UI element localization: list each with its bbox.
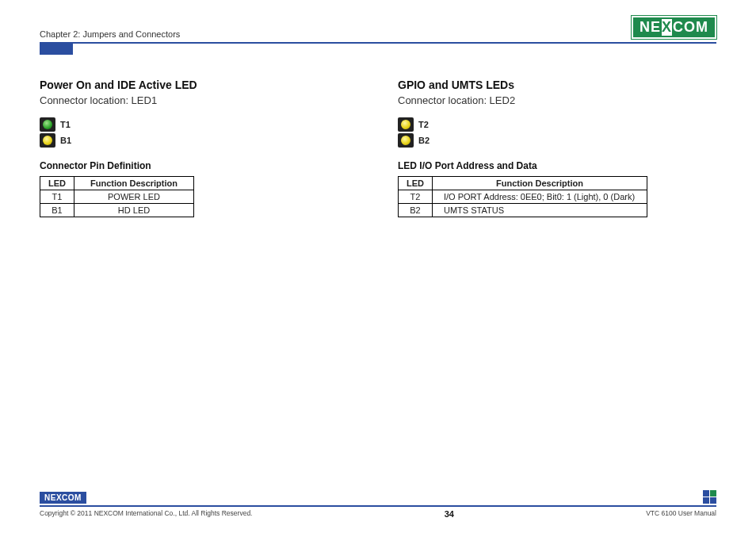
led-chip	[40, 133, 55, 148]
section-title-left: Power On and IDE Active LED	[40, 79, 358, 91]
logo-text-ne: NE	[640, 19, 661, 36]
led-row: T2	[398, 117, 716, 132]
table-row: T2 I/O PORT Address: 0EE0; Bit0: 1 (Ligh…	[399, 190, 647, 204]
table-header-row: LED Function Description	[399, 177, 647, 190]
led-label: T1	[60, 120, 71, 129]
page-footer: NEXCOM Copyright © 2011 NEXCOM Internati…	[40, 490, 716, 519]
footer-corner-icon	[703, 490, 716, 504]
logo-text-x: X	[662, 19, 672, 36]
manual-name: VTC 6100 User Manual	[646, 509, 716, 519]
connector-location-right: Connector location: LED2	[398, 94, 716, 106]
connector-location-left: Connector location: LED1	[40, 94, 358, 106]
th-desc: Function Description	[74, 177, 194, 190]
td-desc: POWER LED	[74, 190, 194, 204]
led-row: B1	[40, 133, 358, 148]
led-indicator-yellow	[401, 120, 410, 129]
table-row: B2 UMTS STATUS	[399, 204, 647, 217]
led-label: T2	[418, 120, 429, 129]
left-column: Power On and IDE Active LED Connector lo…	[40, 79, 358, 217]
td-desc: I/O PORT Address: 0EE0; Bit0: 1 (Light),…	[433, 190, 647, 204]
led-indicator-green	[43, 120, 52, 129]
table-header-row: LED Function Description	[40, 177, 194, 190]
led-row: B2	[398, 133, 716, 148]
td-led: T2	[399, 190, 433, 204]
table-row: B1 HD LED	[40, 204, 194, 217]
th-led: LED	[399, 177, 433, 190]
td-desc: UMTS STATUS	[433, 204, 647, 217]
led-row: T1	[40, 117, 358, 132]
page-number: 34	[445, 509, 454, 519]
footer-logo: NEXCOM	[40, 492, 86, 504]
footer-bottom: Copyright © 2011 NEXCOM International Co…	[40, 509, 716, 519]
header-tab	[40, 44, 73, 55]
pin-table-left: LED Function Description T1 POWER LED B1…	[40, 176, 194, 217]
led-label: B2	[418, 136, 430, 145]
led-chip	[398, 117, 414, 132]
logo-text-com: COM	[673, 19, 708, 36]
section-title-right: GPIO and UMTS LEDs	[398, 79, 716, 91]
td-led: B1	[40, 204, 74, 217]
led-block-right: T2 B2	[398, 117, 716, 148]
led-block-left: T1 B1	[40, 117, 358, 148]
led-chip	[40, 117, 55, 132]
led-indicator-yellow	[43, 136, 52, 145]
th-led: LED	[40, 177, 74, 190]
main-content: Power On and IDE Active LED Connector lo…	[40, 79, 716, 217]
pin-table-right: LED Function Description T2 I/O PORT Add…	[398, 176, 647, 217]
td-led: B2	[399, 204, 433, 217]
right-column: GPIO and UMTS LEDs Connector location: L…	[398, 79, 716, 217]
copyright-text: Copyright © 2011 NEXCOM International Co…	[40, 509, 252, 519]
th-desc: Function Description	[433, 177, 647, 190]
led-label: B1	[60, 136, 71, 145]
td-desc: HD LED	[74, 204, 194, 217]
footer-top: NEXCOM	[40, 490, 716, 504]
table-title-left: Connector Pin Definition	[40, 160, 358, 171]
nexcom-logo: NEXCOM	[632, 16, 716, 39]
footer-rule	[40, 505, 716, 507]
chapter-title: Chapter 2: Jumpers and Connectors	[40, 29, 180, 39]
table-row: T1 POWER LED	[40, 190, 194, 204]
page-header: Chapter 2: Jumpers and Connectors NEXCOM	[40, 16, 716, 39]
table-title-right: LED I/O Port Address and Data	[398, 160, 716, 171]
header-rule	[40, 42, 716, 44]
led-indicator-yellow	[401, 136, 410, 145]
led-chip	[398, 133, 414, 148]
td-led: T1	[40, 190, 74, 204]
